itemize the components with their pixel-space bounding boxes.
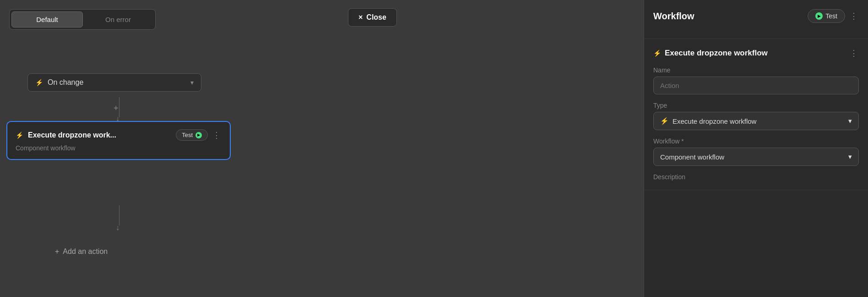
execute-lightning-icon: ⚡	[653, 50, 661, 57]
action-node-header: ⚡ Execute dropzone work... Test ▶ ⋮	[16, 129, 222, 141]
type-value: Execute dropzone workflow	[673, 117, 756, 125]
action-node-title: Execute dropzone work...	[28, 131, 171, 139]
workflow-field-label: Workflow *	[653, 138, 859, 145]
connector-arrow-bottom: ↓	[116, 224, 119, 232]
execute-header: ⚡ Execute dropzone workflow ⋮	[653, 48, 859, 58]
trigger-node[interactable]: ⚡ On change ▾	[27, 73, 201, 92]
close-button[interactable]: × Close	[348, 8, 397, 27]
name-input[interactable]	[653, 77, 859, 94]
action-more-icon[interactable]: ⋮	[212, 130, 222, 140]
tab-on-error[interactable]: On error	[83, 11, 153, 28]
right-panel: Workflow ▶ Test ⋮ ⚡ Execute dropzone wor…	[644, 0, 868, 297]
type-lightning-icon: ⚡	[660, 117, 669, 125]
tab-default[interactable]: Default	[11, 11, 83, 28]
workflow-more-icon[interactable]: ⋮	[850, 11, 859, 21]
type-select[interactable]: ⚡ Execute dropzone workflow ▾	[653, 112, 859, 130]
add-action-label: Add an action	[63, 248, 108, 256]
action-test-badge[interactable]: Test ▶	[176, 129, 208, 141]
chevron-down-icon: ▾	[190, 79, 194, 86]
close-icon: ×	[358, 13, 363, 22]
execute-title: Execute dropzone workflow	[665, 49, 768, 58]
close-label: Close	[366, 13, 386, 22]
action-node: ⚡ Execute dropzone work... Test ▶ ⋮ Comp…	[6, 121, 231, 160]
type-field-label: Type	[653, 102, 859, 109]
workflow-play-icon: ▶	[815, 12, 823, 20]
connector-line-bottom	[119, 205, 119, 226]
workflow-test-label: Test	[825, 12, 837, 20]
lightning-icon: ⚡	[35, 79, 43, 86]
trigger-label: On change	[48, 78, 186, 87]
execute-more-icon[interactable]: ⋮	[850, 48, 859, 58]
workflow-section: Workflow ▶ Test ⋮	[644, 0, 868, 39]
connector-plus[interactable]: +	[114, 104, 119, 113]
action-lightning-icon: ⚡	[16, 132, 23, 139]
workflow-header: Workflow ▶ Test ⋮	[653, 9, 859, 23]
action-node-subtitle: Component workflow	[16, 144, 222, 152]
description-label: Description	[653, 173, 859, 181]
type-chevron-icon: ▾	[848, 117, 852, 125]
workflow-title: Workflow	[653, 11, 694, 22]
canvas-area: Default On error × Close ⚡ On change ▾ +…	[0, 0, 644, 297]
workflow-select[interactable]: Component workflow ▾	[653, 148, 859, 166]
add-action[interactable]: + Add an action	[55, 248, 108, 256]
execute-section: ⚡ Execute dropzone workflow ⋮ Name Type …	[644, 39, 868, 190]
action-play-icon: ▶	[195, 132, 202, 138]
tab-group: Default On error	[9, 9, 156, 30]
name-field-label: Name	[653, 66, 859, 74]
action-test-label: Test	[182, 132, 193, 138]
add-action-plus: +	[55, 248, 59, 256]
type-select-inner: ⚡ Execute dropzone workflow	[660, 117, 756, 125]
workflow-value: Component workflow	[660, 153, 724, 161]
execute-title-row: ⚡ Execute dropzone workflow	[653, 49, 768, 58]
workflow-chevron-icon: ▾	[848, 153, 852, 161]
workflow-test-button[interactable]: ▶ Test	[808, 9, 845, 23]
